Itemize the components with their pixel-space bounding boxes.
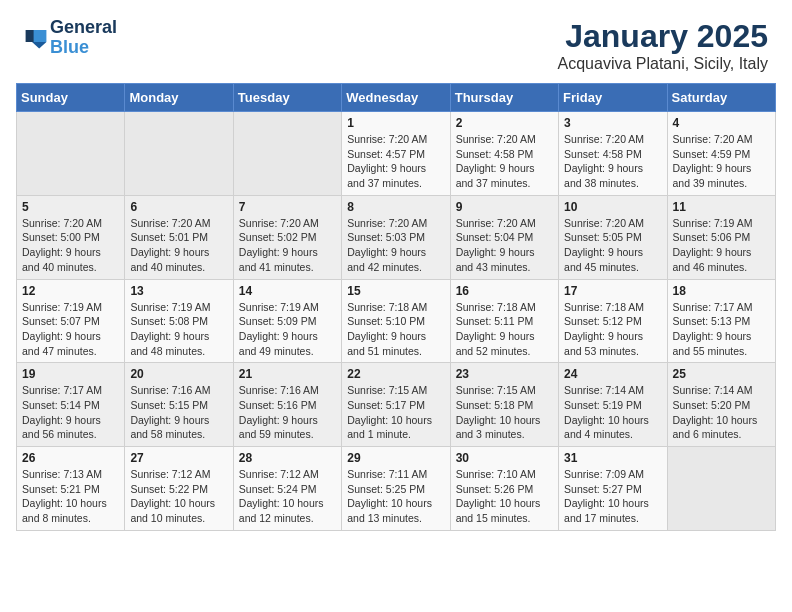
day-number: 21 [239, 367, 336, 381]
calendar-week-4: 19Sunrise: 7:17 AM Sunset: 5:14 PM Dayli… [17, 363, 776, 447]
day-number: 13 [130, 284, 227, 298]
day-number: 27 [130, 451, 227, 465]
calendar-cell: 13Sunrise: 7:19 AM Sunset: 5:08 PM Dayli… [125, 279, 233, 363]
calendar-body: 1Sunrise: 7:20 AM Sunset: 4:57 PM Daylig… [17, 112, 776, 531]
calendar-cell [125, 112, 233, 196]
calendar-cell: 21Sunrise: 7:16 AM Sunset: 5:16 PM Dayli… [233, 363, 341, 447]
col-tuesday: Tuesday [233, 84, 341, 112]
calendar-table: Sunday Monday Tuesday Wednesday Thursday… [16, 83, 776, 531]
day-detail: Sunrise: 7:19 AM Sunset: 5:06 PM Dayligh… [673, 216, 770, 275]
day-detail: Sunrise: 7:20 AM Sunset: 5:04 PM Dayligh… [456, 216, 553, 275]
day-detail: Sunrise: 7:20 AM Sunset: 4:58 PM Dayligh… [564, 132, 661, 191]
calendar-cell: 2Sunrise: 7:20 AM Sunset: 4:58 PM Daylig… [450, 112, 558, 196]
calendar-cell: 4Sunrise: 7:20 AM Sunset: 4:59 PM Daylig… [667, 112, 775, 196]
calendar-cell: 10Sunrise: 7:20 AM Sunset: 5:05 PM Dayli… [559, 195, 667, 279]
calendar-cell [17, 112, 125, 196]
day-number: 15 [347, 284, 444, 298]
day-detail: Sunrise: 7:20 AM Sunset: 4:57 PM Dayligh… [347, 132, 444, 191]
logo-icon [24, 26, 48, 50]
day-detail: Sunrise: 7:20 AM Sunset: 5:00 PM Dayligh… [22, 216, 119, 275]
calendar-cell: 7Sunrise: 7:20 AM Sunset: 5:02 PM Daylig… [233, 195, 341, 279]
calendar-header: Sunday Monday Tuesday Wednesday Thursday… [17, 84, 776, 112]
calendar-cell: 31Sunrise: 7:09 AM Sunset: 5:27 PM Dayli… [559, 447, 667, 531]
day-number: 7 [239, 200, 336, 214]
day-number: 16 [456, 284, 553, 298]
day-number: 18 [673, 284, 770, 298]
day-number: 28 [239, 451, 336, 465]
day-detail: Sunrise: 7:14 AM Sunset: 5:20 PM Dayligh… [673, 383, 770, 442]
day-number: 12 [22, 284, 119, 298]
day-number: 26 [22, 451, 119, 465]
day-detail: Sunrise: 7:20 AM Sunset: 5:03 PM Dayligh… [347, 216, 444, 275]
day-number: 11 [673, 200, 770, 214]
day-detail: Sunrise: 7:20 AM Sunset: 5:05 PM Dayligh… [564, 216, 661, 275]
calendar-cell: 11Sunrise: 7:19 AM Sunset: 5:06 PM Dayli… [667, 195, 775, 279]
day-detail: Sunrise: 7:15 AM Sunset: 5:17 PM Dayligh… [347, 383, 444, 442]
calendar-week-1: 1Sunrise: 7:20 AM Sunset: 4:57 PM Daylig… [17, 112, 776, 196]
location-subtitle: Acquaviva Platani, Sicily, Italy [558, 55, 768, 73]
calendar-cell: 27Sunrise: 7:12 AM Sunset: 5:22 PM Dayli… [125, 447, 233, 531]
day-number: 17 [564, 284, 661, 298]
day-detail: Sunrise: 7:10 AM Sunset: 5:26 PM Dayligh… [456, 467, 553, 526]
day-detail: Sunrise: 7:19 AM Sunset: 5:08 PM Dayligh… [130, 300, 227, 359]
calendar-cell: 30Sunrise: 7:10 AM Sunset: 5:26 PM Dayli… [450, 447, 558, 531]
day-detail: Sunrise: 7:20 AM Sunset: 5:01 PM Dayligh… [130, 216, 227, 275]
day-detail: Sunrise: 7:18 AM Sunset: 5:10 PM Dayligh… [347, 300, 444, 359]
col-monday: Monday [125, 84, 233, 112]
day-number: 25 [673, 367, 770, 381]
day-detail: Sunrise: 7:19 AM Sunset: 5:09 PM Dayligh… [239, 300, 336, 359]
calendar-cell: 24Sunrise: 7:14 AM Sunset: 5:19 PM Dayli… [559, 363, 667, 447]
day-number: 24 [564, 367, 661, 381]
header-row: Sunday Monday Tuesday Wednesday Thursday… [17, 84, 776, 112]
day-number: 5 [22, 200, 119, 214]
day-detail: Sunrise: 7:15 AM Sunset: 5:18 PM Dayligh… [456, 383, 553, 442]
calendar-wrapper: Sunday Monday Tuesday Wednesday Thursday… [0, 83, 792, 539]
calendar-cell: 20Sunrise: 7:16 AM Sunset: 5:15 PM Dayli… [125, 363, 233, 447]
calendar-cell: 28Sunrise: 7:12 AM Sunset: 5:24 PM Dayli… [233, 447, 341, 531]
svg-marker-0 [32, 30, 46, 42]
day-detail: Sunrise: 7:17 AM Sunset: 5:13 PM Dayligh… [673, 300, 770, 359]
title-section: January 2025 Acquaviva Platani, Sicily, … [558, 18, 768, 73]
day-number: 10 [564, 200, 661, 214]
day-detail: Sunrise: 7:09 AM Sunset: 5:27 PM Dayligh… [564, 467, 661, 526]
day-number: 1 [347, 116, 444, 130]
calendar-cell: 5Sunrise: 7:20 AM Sunset: 5:00 PM Daylig… [17, 195, 125, 279]
day-detail: Sunrise: 7:11 AM Sunset: 5:25 PM Dayligh… [347, 467, 444, 526]
day-number: 23 [456, 367, 553, 381]
calendar-cell: 23Sunrise: 7:15 AM Sunset: 5:18 PM Dayli… [450, 363, 558, 447]
calendar-cell: 12Sunrise: 7:19 AM Sunset: 5:07 PM Dayli… [17, 279, 125, 363]
day-detail: Sunrise: 7:18 AM Sunset: 5:12 PM Dayligh… [564, 300, 661, 359]
day-number: 4 [673, 116, 770, 130]
calendar-cell: 16Sunrise: 7:18 AM Sunset: 5:11 PM Dayli… [450, 279, 558, 363]
calendar-cell: 3Sunrise: 7:20 AM Sunset: 4:58 PM Daylig… [559, 112, 667, 196]
day-detail: Sunrise: 7:14 AM Sunset: 5:19 PM Dayligh… [564, 383, 661, 442]
day-detail: Sunrise: 7:19 AM Sunset: 5:07 PM Dayligh… [22, 300, 119, 359]
col-sunday: Sunday [17, 84, 125, 112]
day-number: 22 [347, 367, 444, 381]
day-number: 9 [456, 200, 553, 214]
col-friday: Friday [559, 84, 667, 112]
page-header: General Blue January 2025 Acquaviva Plat… [0, 0, 792, 83]
calendar-cell: 19Sunrise: 7:17 AM Sunset: 5:14 PM Dayli… [17, 363, 125, 447]
calendar-cell: 15Sunrise: 7:18 AM Sunset: 5:10 PM Dayli… [342, 279, 450, 363]
col-wednesday: Wednesday [342, 84, 450, 112]
calendar-cell: 8Sunrise: 7:20 AM Sunset: 5:03 PM Daylig… [342, 195, 450, 279]
svg-rect-2 [26, 30, 34, 42]
day-number: 20 [130, 367, 227, 381]
logo-line2: Blue [50, 38, 117, 58]
calendar-cell: 17Sunrise: 7:18 AM Sunset: 5:12 PM Dayli… [559, 279, 667, 363]
day-number: 29 [347, 451, 444, 465]
day-number: 30 [456, 451, 553, 465]
day-detail: Sunrise: 7:12 AM Sunset: 5:22 PM Dayligh… [130, 467, 227, 526]
day-detail: Sunrise: 7:16 AM Sunset: 5:16 PM Dayligh… [239, 383, 336, 442]
calendar-cell: 6Sunrise: 7:20 AM Sunset: 5:01 PM Daylig… [125, 195, 233, 279]
svg-marker-1 [32, 42, 46, 48]
col-saturday: Saturday [667, 84, 775, 112]
day-detail: Sunrise: 7:20 AM Sunset: 4:58 PM Dayligh… [456, 132, 553, 191]
day-number: 31 [564, 451, 661, 465]
logo-line1: General [50, 18, 117, 38]
calendar-cell: 14Sunrise: 7:19 AM Sunset: 5:09 PM Dayli… [233, 279, 341, 363]
calendar-cell: 26Sunrise: 7:13 AM Sunset: 5:21 PM Dayli… [17, 447, 125, 531]
day-number: 6 [130, 200, 227, 214]
calendar-cell: 29Sunrise: 7:11 AM Sunset: 5:25 PM Dayli… [342, 447, 450, 531]
